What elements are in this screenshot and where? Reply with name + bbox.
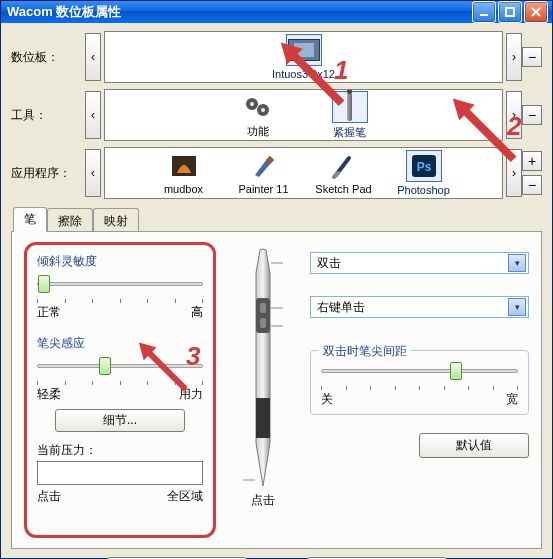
app-item-photoshop[interactable]: Ps Photoshop [389,150,459,196]
doubleclick-distance-group: 双击时笔尖间距 关 宽 [310,350,529,415]
tilt-max-label: 高 [191,304,203,321]
tab-mapping[interactable]: 映射 [93,208,139,233]
mudbox-icon [167,151,201,181]
chevron-down-icon: ▾ [508,298,526,316]
app-item-mudbox[interactable]: mudbox [149,151,219,195]
gears-icon [241,92,275,122]
tablet-item-label: Intuos3 9x12 [272,68,335,80]
pen-graphic-icon [243,248,283,488]
pen-graphic-column: 点击 [226,242,300,538]
app-remove-button[interactable]: − [522,175,542,195]
app-item-label: Painter 11 [238,183,288,195]
svg-point-5 [261,108,265,112]
app-add-button[interactable]: + [522,151,542,171]
tool-strip: 功能 紧握笔 [104,89,503,141]
tablet-icon [288,39,320,61]
window-title: Wacom 数位板属性 [7,3,472,21]
close-button[interactable] [524,1,548,23]
maximize-button[interactable] [498,1,522,23]
pen-click-label: 点击 [251,492,275,509]
default-button[interactable]: 默认值 [419,433,529,458]
app-item-painter[interactable]: Painter 11 [229,151,299,195]
tablet-prev-button[interactable]: ‹ [85,33,101,81]
pen-icon [332,91,368,123]
tablet-remove-button[interactable]: − [522,47,542,67]
tool-item-label: 紧握笔 [333,125,366,140]
svg-rect-12 [260,318,266,328]
svg-rect-11 [260,303,266,313]
tip-max-label: 用力 [179,386,203,403]
tab-eraser[interactable]: 擦除 [47,208,93,233]
tilt-heading: 倾斜灵敏度 [37,253,203,270]
right-column: 双击 ▾ 右键单击 ▾ 双击时笔尖间距 关 宽 [310,242,529,538]
pressure-full-label: 全区域 [167,488,203,505]
highlight-group: 倾斜灵敏度 正常 高 笔尖感应 轻柔 用力 [24,242,216,538]
app-item-label: Sketch Pad [315,183,371,195]
svg-text:Ps: Ps [416,160,431,174]
bottom-button-row: 关于 选项... [11,549,542,559]
tool-next-button[interactable]: › [506,91,522,139]
tool-prev-button[interactable]: ‹ [85,91,101,139]
app-strip: mudbox Painter 11 Sketch Pad Ps [104,147,503,199]
tilt-min-label: 正常 [37,304,61,321]
svg-rect-13 [256,398,270,438]
painter-icon [247,151,281,181]
pressure-click-label: 点击 [37,488,61,505]
tip-heading: 笔尖感应 [37,335,203,352]
mid-button-select[interactable]: 右键单击 ▾ [310,296,529,318]
tip-min-label: 轻柔 [37,386,61,403]
tab-strip: 笔 擦除 映射 [11,209,542,231]
svg-point-4 [250,102,254,106]
tab-panel-pen: 倾斜灵敏度 正常 高 笔尖感应 轻柔 用力 [11,231,542,549]
app-next-button[interactable]: › [506,149,522,197]
minimize-button[interactable] [472,1,496,23]
app-window: Wacom 数位板属性 数位板： ‹ Intuos3 9x12 [0,0,553,559]
app-item-label: mudbox [164,183,203,195]
tool-remove-button[interactable]: − [522,105,542,125]
detail-button[interactable]: 细节... [55,409,185,432]
sketchpad-icon [327,151,361,181]
current-pressure-label: 当前压力： [37,442,203,459]
title-bar: Wacom 数位板属性 [1,1,552,23]
dist-max-label: 宽 [506,391,518,408]
doubleclick-heading: 双击时笔尖间距 [319,343,411,360]
photoshop-icon: Ps [406,150,442,182]
tablet-item-intuos3[interactable]: Intuos3 9x12 [269,34,339,80]
tip-slider[interactable] [37,356,203,376]
tilt-slider[interactable] [37,274,203,294]
tablet-next-button[interactable]: › [506,33,522,81]
tab-pen[interactable]: 笔 [13,207,47,232]
svg-rect-0 [480,14,488,16]
app-label: 应用程序： [11,165,85,182]
tablet-row: 数位板： ‹ Intuos3 9x12 › − [11,31,542,83]
mid-select-value: 右键单击 [317,299,365,316]
svg-rect-1 [506,8,514,16]
doubleclick-slider[interactable] [321,361,518,381]
app-row: 应用程序： ‹ mudbox Painter 11 [11,147,542,199]
tablet-label: 数位板： [11,49,85,66]
tool-label: 工具： [11,107,85,124]
tablet-strip: Intuos3 9x12 [104,31,503,83]
tool-item-label: 功能 [247,124,269,139]
top-select-value: 双击 [317,255,341,272]
top-button-select[interactable]: 双击 ▾ [310,252,529,274]
app-item-sketchpad[interactable]: Sketch Pad [309,151,379,195]
client-area: 数位板： ‹ Intuos3 9x12 › − 工具： ‹ [1,23,552,559]
tool-item-functions[interactable]: 功能 [223,92,293,139]
tool-item-grip-pen[interactable]: 紧握笔 [315,91,385,140]
pressure-meter [37,461,203,485]
app-prev-button[interactable]: ‹ [85,149,101,197]
app-item-label: Photoshop [397,184,450,196]
dist-min-label: 关 [321,391,333,408]
chevron-down-icon: ▾ [508,254,526,272]
tool-row: 工具： ‹ 功能 紧握笔 › − [11,89,542,141]
